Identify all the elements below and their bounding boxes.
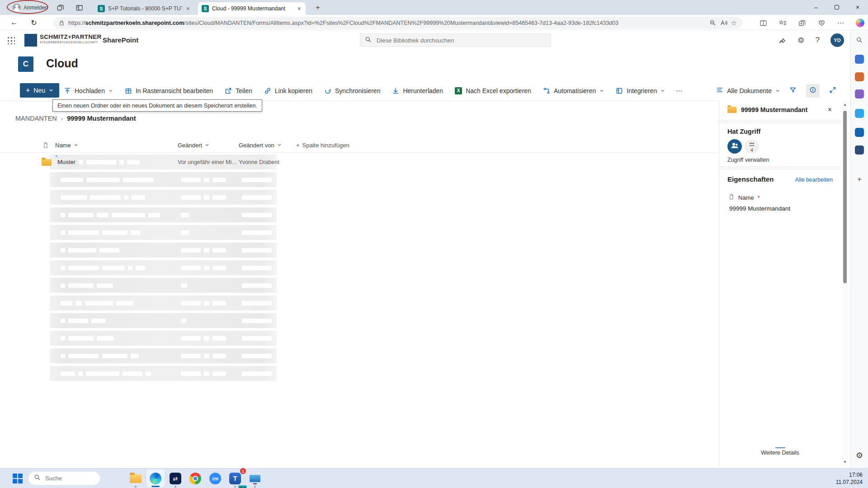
page-scrollbar[interactable]: ▲ ▼	[842, 101, 848, 466]
start-button[interactable]	[13, 474, 23, 483]
taskbar-search-box[interactable]	[28, 471, 100, 485]
app-launcher-icon[interactable]	[7, 36, 15, 44]
sidebar-settings-icon[interactable]: ⚙	[856, 450, 863, 460]
vertical-tabs-icon[interactable]	[75, 4, 83, 12]
site-logo[interactable]: C	[18, 56, 33, 72]
file-row[interactable]	[0, 365, 719, 382]
file-row[interactable]	[0, 347, 719, 365]
sidebar-search-icon[interactable]	[856, 37, 863, 43]
column-header-name[interactable]: Name	[55, 138, 78, 152]
command-in-rasteransicht-bearbeiten[interactable]: In Rasteransicht bearbeiten	[119, 87, 219, 94]
collections-icon[interactable]	[798, 19, 806, 27]
scroll-up-icon[interactable]: ▲	[842, 103, 848, 107]
file-row[interactable]	[0, 206, 719, 224]
sidebar-app-icon[interactable]	[855, 128, 864, 137]
back-button[interactable]: ←	[9, 18, 19, 28]
settings-more-icon[interactable]: ⋯	[837, 19, 844, 27]
new-tab-button[interactable]: +	[313, 3, 323, 13]
browser-profile-button[interactable]: Anmelden	[11, 2, 53, 13]
file-row[interactable]	[0, 329, 719, 347]
tab-close-icon[interactable]: ×	[297, 5, 302, 12]
edit-all-link[interactable]: Alle bearbeiten	[795, 177, 833, 183]
gear-icon[interactable]: ⚙	[797, 36, 804, 45]
command-link-kopieren[interactable]: Link kopieren	[258, 87, 318, 94]
file-row[interactable]	[0, 241, 719, 259]
file-name[interactable]: Muster	[57, 159, 75, 165]
workspaces-icon[interactable]	[56, 4, 64, 12]
favorite-star-icon[interactable]: ☆	[731, 19, 737, 27]
details-pane-button[interactable]	[806, 84, 820, 98]
new-button[interactable]: + Neu	[20, 83, 59, 98]
file-row[interactable]: ↖ Muster Vor ungefähr einer Mi... Yvonne…	[0, 153, 719, 171]
file-type-column-icon[interactable]	[42, 138, 49, 152]
company-logo-text[interactable]: SCHMITZ+PARTNER STEUERBERATUNGSGESELLSCH…	[40, 34, 102, 44]
access-count-avatar[interactable]: 4	[745, 139, 759, 154]
file-row[interactable]	[0, 277, 719, 294]
taskbar-search-input[interactable]	[44, 474, 94, 482]
taskbar-clock[interactable]: 17:06 11.07.2024	[836, 471, 863, 486]
sidebar-app-icon[interactable]	[855, 109, 864, 118]
browser-tab-inactive[interactable]: S S+P Tutorials - 80000 S+P TUTOR ×	[94, 2, 194, 15]
read-aloud-icon[interactable]	[720, 19, 727, 26]
command-hochladen[interactable]: Hochladen	[58, 87, 119, 94]
split-screen-icon[interactable]	[760, 19, 767, 27]
teams-icon[interactable]: T 1 NEW	[226, 469, 244, 488]
file-row[interactable]	[0, 224, 719, 241]
minimize-button[interactable]: –	[806, 0, 826, 14]
site-title[interactable]: Cloud	[46, 57, 78, 70]
search-input[interactable]	[376, 37, 546, 44]
remote-desktop-icon[interactable]	[246, 469, 264, 488]
command-nach-excel-exportieren[interactable]: X Nach Excel exportieren	[449, 87, 537, 94]
file-row[interactable]	[0, 259, 719, 277]
help-icon[interactable]: ?	[816, 36, 820, 45]
file-explorer-icon[interactable]	[127, 469, 145, 488]
edge-icon[interactable]	[146, 469, 165, 488]
library-search-box[interactable]	[360, 33, 551, 47]
view-selector[interactable]: Alle Dokumente	[716, 86, 780, 95]
file-row[interactable]	[0, 171, 719, 188]
command-automatisieren[interactable]: Automatisieren	[537, 87, 610, 94]
column-header-modified-by[interactable]: Geändert von	[239, 138, 282, 152]
sidebar-app-icon[interactable]	[855, 72, 864, 81]
account-avatar[interactable]: YD	[830, 33, 844, 47]
file-row[interactable]	[0, 312, 719, 329]
chrome-icon[interactable]	[186, 469, 204, 488]
address-bar[interactable]: https://schmitzpartnerkoeln.sharepoint.c…	[53, 17, 742, 29]
sidebar-app-icon[interactable]	[855, 55, 864, 64]
file-row[interactable]	[0, 188, 719, 206]
sharepoint-label[interactable]: SharePoint	[103, 36, 138, 44]
file-row[interactable]	[0, 294, 719, 312]
manage-access-link[interactable]: Zugriff verwalten	[727, 157, 769, 163]
fullscreen-button[interactable]	[826, 84, 840, 98]
command-integrieren[interactable]: Integrieren	[610, 87, 671, 94]
add-column-button[interactable]: + Spalte hinzufügen	[296, 138, 349, 152]
command-teilen[interactable]: Teilen	[219, 87, 258, 94]
scrollbar-thumb[interactable]	[843, 111, 847, 283]
tab-close-icon[interactable]: ×	[185, 5, 191, 12]
sidebar-add-icon[interactable]: +	[857, 175, 862, 184]
close-panel-icon[interactable]: ×	[827, 106, 833, 114]
sidebar-app-icon[interactable]	[855, 145, 864, 155]
access-group-avatar[interactable]	[727, 139, 742, 154]
share-site-icon[interactable]	[778, 37, 787, 44]
scroll-down-icon[interactable]: ▼	[842, 460, 848, 464]
browser-tab-active[interactable]: S Cloud - 99999 Mustermandant ×	[198, 2, 306, 15]
sidebar-app-icon[interactable]	[855, 89, 864, 99]
zoom-out-icon[interactable]	[709, 19, 716, 26]
copilot-icon[interactable]	[856, 19, 864, 27]
name-field-value[interactable]: 99999 Mustermandant	[729, 205, 790, 212]
more-commands-icon[interactable]: ⋯	[671, 87, 687, 95]
zoom-icon[interactable]: zm	[206, 469, 224, 488]
refresh-button[interactable]: ↻	[29, 18, 39, 28]
filter-button[interactable]	[786, 84, 800, 98]
maximize-button[interactable]	[826, 0, 847, 14]
browser-essentials-icon[interactable]	[818, 19, 826, 27]
teamviewer-icon[interactable]: ⇄	[166, 469, 184, 488]
more-details-button[interactable]: Weitere Details	[719, 447, 841, 456]
command-herunterladen[interactable]: Herunterladen	[386, 87, 449, 94]
company-logo[interactable]	[24, 34, 37, 47]
breadcrumb-parent[interactable]: MANDANTEN	[15, 115, 57, 122]
command-synchronisieren[interactable]: Synchronisieren	[318, 87, 386, 94]
favorites-bar-icon[interactable]	[779, 19, 787, 27]
close-window-button[interactable]: ×	[847, 0, 868, 14]
